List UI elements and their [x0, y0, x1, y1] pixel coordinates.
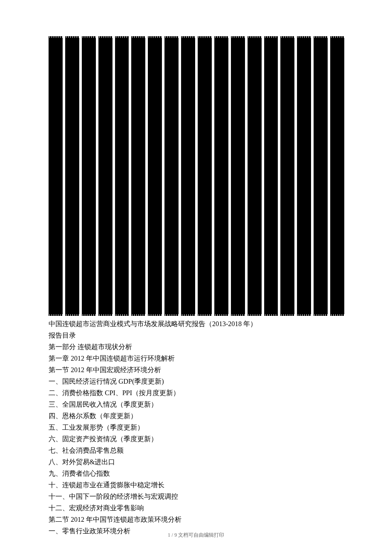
toc-item: 八、对外贸易&进出口 — [49, 456, 343, 468]
toc-item: 一、国民经济运行情况 GDP(季度更新) — [49, 376, 343, 387]
chapter-heading: 第一章 2012 年中国连锁超市运行环境解析 — [49, 353, 343, 364]
redacted-bar — [264, 37, 278, 315]
redacted-bar — [214, 37, 228, 315]
page-footer: 1 / 9 文档可自由编辑打印 — [0, 532, 392, 539]
part-heading: 第一部分 连锁超市现状分析 — [49, 341, 343, 353]
toc-item: 六、固定资产投资情况（季度更新） — [49, 433, 343, 445]
toc-item: 五、工业发展形势（季度更新） — [49, 422, 343, 433]
toc-item: 七、社会消费品零售总额 — [49, 445, 343, 456]
report-body: 中国连锁超市运营商业模式与市场发展战略研究报告（2013-2018 年） 报告目… — [49, 318, 343, 537]
section-heading: 第一节 2012 年中国宏观经济环境分析 — [49, 364, 343, 376]
toc-item: 二、消费价格指数 CPI、PPI（按月度更新） — [49, 387, 343, 399]
redacted-bar — [330, 37, 344, 315]
redacted-bar — [115, 37, 129, 315]
redacted-bar — [181, 37, 195, 315]
redacted-bar — [49, 37, 63, 315]
redacted-bar — [65, 37, 79, 315]
redacted-bar — [198, 37, 212, 315]
toc-item: 十、连锁超市业在通货膨胀中稳定增长 — [49, 479, 343, 491]
footer-note: 文档可自由编辑打印 — [177, 532, 224, 538]
toc-item: 四、恩格尔系数（年度更新） — [49, 410, 343, 422]
section-heading: 第二节 2012 年中国节连锁超市政策环境分析 — [49, 514, 343, 525]
redacted-bar — [231, 37, 245, 315]
toc-item: 十二、宏观经济对商业零售影响 — [49, 502, 343, 514]
page-number-sep: / — [170, 532, 174, 538]
redacted-bar — [297, 37, 311, 315]
redacted-bar — [248, 37, 262, 315]
toc-item: 十一、中国下一阶段的经济增长与宏观调控 — [49, 491, 343, 502]
redacted-bar — [98, 37, 112, 315]
redacted-bar — [82, 37, 96, 315]
document-page: 中国连锁超市运营商业模式与市场发展战略研究报告（2013-2018 年） 报告目… — [0, 0, 392, 555]
redacted-bar — [280, 37, 294, 315]
redacted-barcode-block — [49, 37, 344, 315]
redacted-bar — [131, 37, 145, 315]
toc-item: 三、全国居民收入情况（季度更新） — [49, 399, 343, 410]
report-title: 中国连锁超市运营商业模式与市场发展战略研究报告（2013-2018 年） — [49, 318, 343, 330]
redacted-bar — [164, 37, 179, 315]
redacted-bar — [314, 37, 328, 315]
toc-label: 报告目录 — [49, 330, 343, 341]
toc-item: 九、消费者信心指数 — [49, 468, 343, 479]
redacted-bar — [148, 37, 162, 315]
